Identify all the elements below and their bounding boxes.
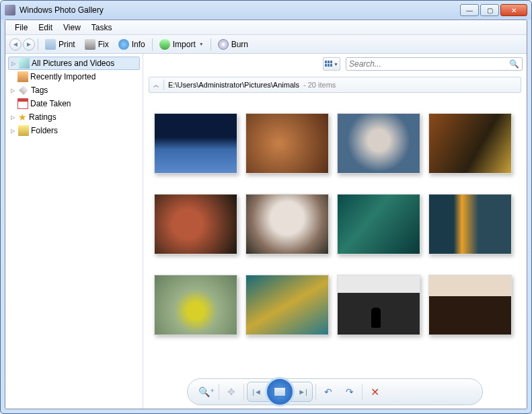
slideshow-icon bbox=[274, 387, 286, 396]
burn-button[interactable]: Burn bbox=[214, 37, 252, 52]
nav-forward-button[interactable]: ► bbox=[23, 38, 35, 50]
app-window: Windows Photo Gallery — ▢ ✕ File Edit Vi… bbox=[0, 0, 532, 414]
app-icon bbox=[5, 5, 15, 15]
import-icon bbox=[159, 39, 170, 50]
star-icon: ★ bbox=[18, 112, 27, 123]
search-icon: 🔍 bbox=[509, 59, 519, 69]
rotate-cw-button[interactable]: ↷ bbox=[340, 382, 359, 401]
fix-icon bbox=[85, 39, 96, 50]
photo-thumbnail[interactable] bbox=[428, 113, 512, 174]
menu-view[interactable]: View bbox=[58, 22, 86, 34]
item-count: - 20 items bbox=[303, 81, 336, 89]
search-box[interactable]: 🔍 bbox=[346, 57, 523, 71]
previous-button[interactable]: |◄ bbox=[248, 382, 266, 401]
printer-icon bbox=[45, 39, 56, 50]
search-input[interactable] bbox=[349, 59, 509, 69]
main-panel: ▼ 🔍 ︽ E:\Users\Administrator\Pictures\An… bbox=[143, 54, 527, 409]
photo-thumbnail[interactable] bbox=[154, 113, 237, 174]
thumbnail-grid bbox=[143, 93, 527, 375]
photo-thumbnail[interactable] bbox=[154, 194, 237, 254]
sidebar-item-ratings[interactable]: ▷★Ratings bbox=[8, 110, 140, 124]
delete-button[interactable]: ✕ bbox=[365, 382, 384, 401]
breadcrumb-bar[interactable]: ︽ E:\Users\Administrator\Pictures\Animal… bbox=[149, 77, 521, 93]
sidebar-item-all-pictures[interactable]: ▷All Pictures and Videos bbox=[8, 57, 140, 70]
pictures-icon bbox=[19, 58, 30, 69]
photo-thumbnail[interactable] bbox=[337, 194, 420, 254]
photo-thumbnail[interactable] bbox=[245, 113, 329, 174]
photo-thumbnail[interactable] bbox=[428, 275, 512, 335]
menu-tasks[interactable]: Tasks bbox=[86, 22, 118, 34]
photo-thumbnail[interactable] bbox=[245, 194, 329, 254]
viewer-controls: 🔍⁺ ✥ |◄ ►| ↶ ↷ ✕ bbox=[143, 375, 527, 409]
chevron-down-icon: ▼ bbox=[199, 42, 204, 46]
thumbnails-icon bbox=[325, 61, 333, 67]
toolbar: ◄ ► Print Fix Info Import▼ Burn bbox=[5, 35, 527, 54]
expand-icon[interactable]: ▷ bbox=[10, 60, 17, 67]
menubar: File Edit View Tasks bbox=[5, 20, 527, 35]
sidebar-item-recently-imported[interactable]: Recently Imported bbox=[8, 70, 140, 83]
expand-icon[interactable]: ▷ bbox=[9, 127, 16, 134]
photo-thumbnail[interactable] bbox=[337, 275, 420, 335]
close-button[interactable]: ✕ bbox=[500, 4, 527, 16]
nav-back-button[interactable]: ◄ bbox=[9, 38, 22, 50]
folder-icon bbox=[18, 125, 29, 136]
titlebar[interactable]: Windows Photo Gallery — ▢ ✕ bbox=[1, 1, 531, 20]
photo-thumbnail[interactable] bbox=[154, 275, 237, 335]
menu-edit[interactable]: Edit bbox=[33, 22, 58, 34]
info-button[interactable]: Info bbox=[114, 37, 149, 52]
sidebar-item-date-taken[interactable]: Date Taken bbox=[8, 97, 140, 110]
tag-icon bbox=[19, 85, 28, 95]
playback-group: |◄ ►| bbox=[247, 382, 313, 402]
disc-icon bbox=[218, 39, 229, 50]
play-slideshow-button[interactable] bbox=[265, 377, 295, 407]
chevron-down-icon: ▼ bbox=[334, 62, 338, 67]
breadcrumb-path[interactable]: E:\Users\Administrator\Pictures\Animals bbox=[168, 81, 299, 89]
fit-button[interactable]: ✥ bbox=[222, 382, 241, 401]
rotate-ccw-button[interactable]: ↶ bbox=[319, 382, 338, 401]
sidebar: ▷All Pictures and Videos Recently Import… bbox=[5, 54, 143, 409]
minimize-button[interactable]: — bbox=[460, 4, 479, 16]
photo-thumbnail[interactable] bbox=[337, 113, 420, 174]
menu-file[interactable]: File bbox=[9, 22, 33, 34]
info-icon bbox=[118, 39, 129, 50]
sidebar-item-tags[interactable]: ▷Tags bbox=[8, 83, 140, 97]
photo-thumbnail[interactable] bbox=[245, 275, 329, 335]
maximize-button[interactable]: ▢ bbox=[480, 4, 499, 16]
collapse-up-icon[interactable]: ︽ bbox=[153, 81, 159, 90]
window-title: Windows Photo Gallery bbox=[20, 5, 460, 15]
zoom-button[interactable]: 🔍⁺ bbox=[197, 382, 216, 401]
view-mode-button[interactable]: ▼ bbox=[323, 57, 340, 71]
import-button[interactable]: Import▼ bbox=[155, 37, 208, 52]
sidebar-item-folders[interactable]: ▷Folders bbox=[8, 124, 140, 137]
expand-icon[interactable]: ▷ bbox=[9, 87, 16, 94]
calendar-icon bbox=[17, 98, 28, 109]
recently-imported-icon bbox=[17, 71, 28, 82]
print-button[interactable]: Print bbox=[41, 37, 79, 52]
fix-button[interactable]: Fix bbox=[81, 37, 113, 52]
photo-thumbnail[interactable] bbox=[428, 194, 512, 254]
next-button[interactable]: ►| bbox=[293, 382, 312, 401]
expand-icon[interactable]: ▷ bbox=[9, 114, 16, 120]
